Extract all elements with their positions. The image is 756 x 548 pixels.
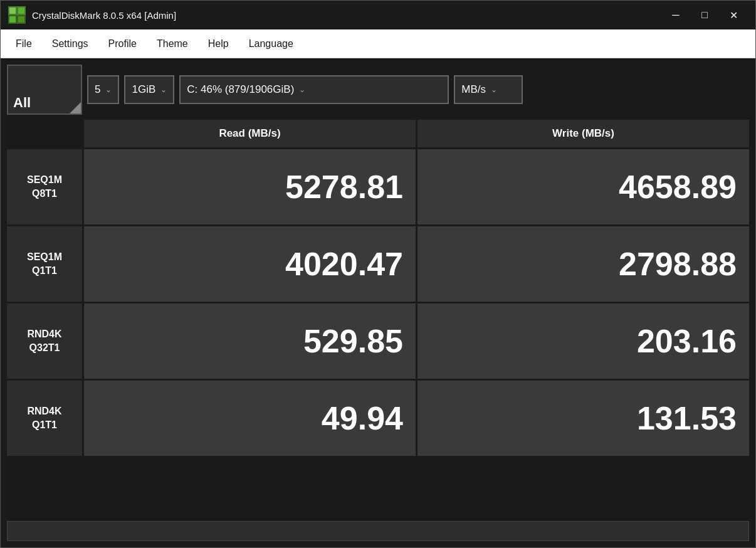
seq1m-q8t1-read: 5278.81: [84, 149, 416, 224]
window-title: CrystalDiskMark 8.0.5 x64 [Admin]: [32, 10, 661, 21]
table-row: SEQ1M Q8T1 5278.81 4658.89: [7, 149, 749, 224]
main-content: All 5 ⌄ 1GiB ⌄ C: 46% (879/1906GiB) ⌄ MB…: [1, 58, 755, 547]
minimize-button[interactable]: ─: [661, 1, 690, 29]
controls-row: All 5 ⌄ 1GiB ⌄ C: 46% (879/1906GiB) ⌄ MB…: [7, 65, 749, 115]
benchmark-table: Read (MB/s) Write (MB/s) SEQ1M Q8T1 5278…: [7, 120, 749, 519]
table-row: RND4K Q1T1 49.94 131.53: [7, 381, 749, 456]
drive-chevron-icon: ⌄: [299, 85, 305, 94]
all-button[interactable]: All: [7, 65, 82, 115]
seq1m-q1t1-write: 2798.88: [417, 226, 749, 302]
app-icon: [8, 6, 26, 24]
row-label-rnd4k-q1t1: RND4K Q1T1: [7, 381, 82, 456]
window-controls: ─ □ ✕: [661, 1, 748, 29]
rnd4k-q32t1-write: 203.16: [417, 303, 749, 379]
menu-settings[interactable]: Settings: [42, 33, 98, 55]
count-dropdown[interactable]: 5 ⌄: [87, 75, 119, 104]
menu-help[interactable]: Help: [198, 33, 239, 55]
row-label-rnd4k-q32t1: RND4K Q32T1: [7, 303, 82, 379]
table-row: RND4K Q32T1 529.85 203.16: [7, 303, 749, 379]
svg-rect-2: [9, 8, 16, 14]
svg-rect-4: [9, 16, 16, 23]
svg-rect-3: [18, 8, 24, 14]
count-chevron-icon: ⌄: [105, 85, 112, 94]
unit-dropdown[interactable]: MB/s ⌄: [454, 75, 523, 104]
status-bar: [7, 521, 749, 541]
svg-rect-5: [18, 16, 24, 23]
row-label-seq1m-q1t1: SEQ1M Q1T1: [7, 226, 82, 302]
row-label-seq1m-q8t1: SEQ1M Q8T1: [7, 149, 82, 224]
write-header: Write (MB/s): [417, 120, 749, 147]
seq1m-q8t1-write: 4658.89: [417, 149, 749, 224]
rnd4k-q1t1-write: 131.53: [417, 381, 749, 456]
menu-profile[interactable]: Profile: [98, 33, 147, 55]
drive-dropdown[interactable]: C: 46% (879/1906GiB) ⌄: [179, 75, 449, 104]
rnd4k-q32t1-read: 529.85: [84, 303, 416, 379]
menu-language[interactable]: Language: [239, 33, 303, 55]
table-row: SEQ1M Q1T1 4020.47 2798.88: [7, 226, 749, 302]
read-header: Read (MB/s): [84, 120, 416, 147]
size-dropdown[interactable]: 1GiB ⌄: [124, 75, 174, 104]
app-window: CrystalDiskMark 8.0.5 x64 [Admin] ─ □ ✕ …: [0, 0, 756, 548]
menu-file[interactable]: File: [6, 33, 42, 55]
rnd4k-q1t1-read: 49.94: [84, 381, 416, 456]
menu-theme[interactable]: Theme: [147, 33, 198, 55]
title-bar: CrystalDiskMark 8.0.5 x64 [Admin] ─ □ ✕: [1, 1, 755, 29]
seq1m-q1t1-read: 4020.47: [84, 226, 416, 302]
menu-bar: File Settings Profile Theme Help Languag…: [1, 29, 755, 58]
size-chevron-icon: ⌄: [160, 85, 167, 94]
maximize-button[interactable]: □: [690, 1, 719, 29]
close-button[interactable]: ✕: [719, 1, 748, 29]
unit-chevron-icon: ⌄: [491, 85, 497, 94]
table-header: Read (MB/s) Write (MB/s): [7, 120, 749, 147]
header-spacer: [7, 120, 82, 147]
